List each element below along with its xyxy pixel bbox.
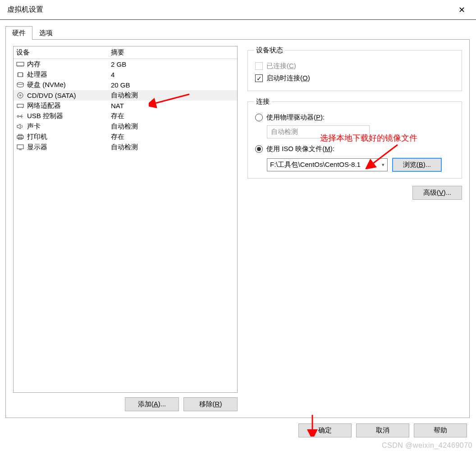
svg-rect-16 <box>17 104 23 107</box>
device-name: 显示器 <box>27 143 47 152</box>
printer-icon <box>16 133 24 140</box>
device-name: 内存 <box>27 60 41 69</box>
close-icon[interactable]: ✕ <box>455 3 469 17</box>
device-list-header: 设备 摘要 <box>14 46 237 59</box>
header-summary: 摘要 <box>111 48 124 57</box>
cpu-icon <box>16 71 24 78</box>
cancel-button[interactable]: 取消 <box>356 423 409 437</box>
iso-path-combo[interactable]: F:\工具包\CentOs\CentOS-8.1 ▾ <box>267 158 388 171</box>
device-state-legend: 设备状态 <box>254 46 285 55</box>
network-icon <box>16 102 24 109</box>
device-summary: 自动检测 <box>111 143 234 152</box>
physical-drive-combo: 自动检测 <box>267 125 370 138</box>
help-button[interactable]: 帮助 <box>414 423 467 437</box>
svg-rect-21 <box>17 136 23 138</box>
add-button[interactable]: 添加(A)... <box>125 397 179 411</box>
svg-rect-0 <box>17 62 24 66</box>
connection-legend: 连接 <box>254 97 271 106</box>
device-summary: 自动检测 <box>111 122 234 131</box>
radio-icon <box>255 114 263 121</box>
device-name: 声卡 <box>27 122 41 131</box>
connection-group: 连接 使用物理驱动器(P): 自动检测 使用 ISO 映像文件(M): <box>247 97 462 179</box>
device-summary: 4 <box>111 71 234 78</box>
device-row-disk[interactable]: 硬盘 (NVMe) 20 GB <box>14 80 237 90</box>
tab-hardware[interactable]: 硬件 <box>5 26 32 40</box>
watermark: CSDN @weixin_42469070 <box>382 441 472 443</box>
remove-button[interactable]: 移除(R) <box>183 397 238 411</box>
device-list: 设备 摘要 内存 2 GB <box>13 46 238 393</box>
device-summary: 2 GB <box>111 60 234 68</box>
svg-point-13 <box>17 83 23 84</box>
connected-checkbox: 已连接(C) <box>254 60 455 72</box>
use-physical-radio[interactable]: 使用物理驱动器(P): <box>254 111 455 124</box>
device-row-sound[interactable]: 声卡 自动检测 <box>14 121 237 132</box>
device-row-cddvd[interactable]: CD/DVD (SATA) 自动检测 <box>14 90 237 101</box>
svg-rect-24 <box>17 145 23 149</box>
advanced-button[interactable]: 高级(V)... <box>412 186 462 200</box>
svg-rect-22 <box>18 134 22 136</box>
device-summary: NAT <box>111 102 234 110</box>
device-name: 硬盘 (NVMe) <box>27 81 66 89</box>
iso-path-value: F:\工具包\CentOs\CentOS-8.1 <box>270 161 361 169</box>
ok-button[interactable]: 确定 <box>298 423 352 437</box>
tab-strip: 硬件 选项 <box>5 26 470 40</box>
device-row-network[interactable]: 网络适配器 NAT <box>14 101 237 111</box>
device-row-display[interactable]: 显示器 自动检测 <box>14 142 237 152</box>
device-row-memory[interactable]: 内存 2 GB <box>14 59 237 69</box>
radio-checked-icon <box>255 145 263 153</box>
svg-rect-6 <box>18 73 23 77</box>
device-name: 网络适配器 <box>27 101 61 110</box>
device-summary: 存在 <box>111 112 234 120</box>
device-name: CD/DVD (SATA) <box>27 92 76 99</box>
device-name: 打印机 <box>27 133 47 141</box>
footer-buttons: 确定 取消 帮助 <box>5 418 470 440</box>
disc-icon <box>16 92 24 99</box>
chevron-down-icon: ▾ <box>382 162 384 168</box>
sound-icon <box>16 123 24 130</box>
device-summary: 20 GB <box>111 81 234 89</box>
checkbox-checked-icon: ✓ <box>255 74 263 82</box>
device-row-usb[interactable]: USB 控制器 存在 <box>14 111 237 121</box>
connect-at-poweron-checkbox[interactable]: ✓ 启动时连接(O) <box>254 72 455 84</box>
device-state-group: 设备状态 已连接(C) ✓ 启动时连接(O) <box>247 46 462 91</box>
device-name: USB 控制器 <box>27 112 63 120</box>
header-device: 设备 <box>16 48 111 57</box>
device-name: 处理器 <box>27 70 47 79</box>
use-iso-radio[interactable]: 使用 ISO 映像文件(M): <box>254 143 455 155</box>
device-row-cpu[interactable]: 处理器 4 <box>14 69 237 80</box>
device-row-printer[interactable]: 打印机 存在 <box>14 132 237 142</box>
disk-icon <box>16 82 24 88</box>
browse-button[interactable]: 浏览(B)... <box>392 158 442 172</box>
device-summary: 存在 <box>111 133 234 141</box>
memory-icon <box>16 61 24 68</box>
tab-options[interactable]: 选项 <box>32 26 60 40</box>
usb-icon <box>16 113 24 119</box>
display-icon <box>16 144 24 151</box>
svg-point-19 <box>17 115 19 117</box>
svg-point-14 <box>18 93 23 98</box>
device-summary: 自动检测 <box>111 91 234 100</box>
window-title: 虚拟机设置 <box>7 5 43 14</box>
svg-point-15 <box>20 95 21 96</box>
checkbox-icon <box>255 62 263 70</box>
